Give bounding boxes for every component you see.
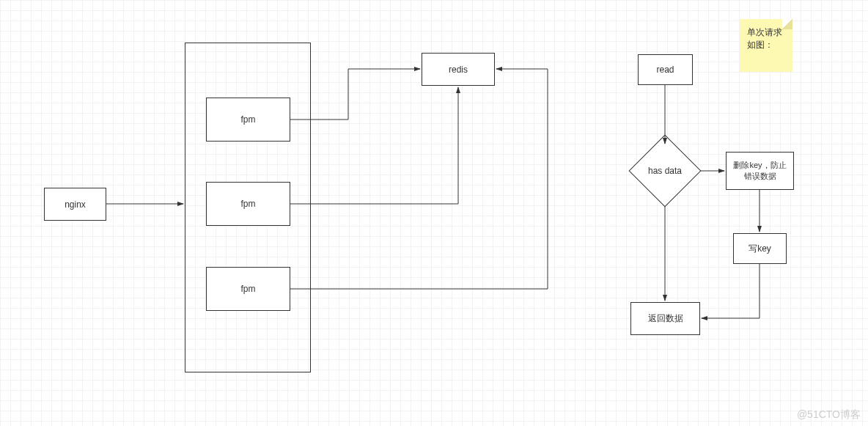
- node-fpm-1: fpm: [206, 98, 290, 142]
- node-label: 返回数据: [648, 312, 683, 325]
- node-label: nginx: [65, 199, 86, 210]
- node-fpm-3: fpm: [206, 267, 290, 311]
- node-label: has data: [648, 166, 682, 176]
- sticky-note: 单次请求 如图：: [740, 19, 792, 72]
- node-label: fpm: [240, 199, 255, 209]
- node-nginx: nginx: [44, 188, 106, 221]
- sticky-line: 如图：: [747, 39, 785, 51]
- watermark: @51CTO博客: [797, 408, 861, 422]
- node-write-key: 写key: [733, 233, 787, 264]
- sticky-line: 单次请求: [747, 26, 785, 39]
- node-label: fpm: [240, 114, 255, 125]
- node-label: 删除key，防止错误数据: [729, 160, 790, 182]
- node-has-data: has data: [629, 135, 702, 208]
- node-label: fpm: [240, 284, 255, 294]
- node-label: read: [656, 65, 674, 75]
- node-fpm-2: fpm: [206, 182, 290, 226]
- node-label: redis: [449, 65, 468, 75]
- node-delete-key: 删除key，防止错误数据: [726, 152, 794, 190]
- node-read: read: [638, 54, 693, 85]
- node-return-data: 返回数据: [630, 302, 700, 335]
- node-redis: redis: [422, 53, 495, 86]
- node-label: 写key: [749, 243, 771, 255]
